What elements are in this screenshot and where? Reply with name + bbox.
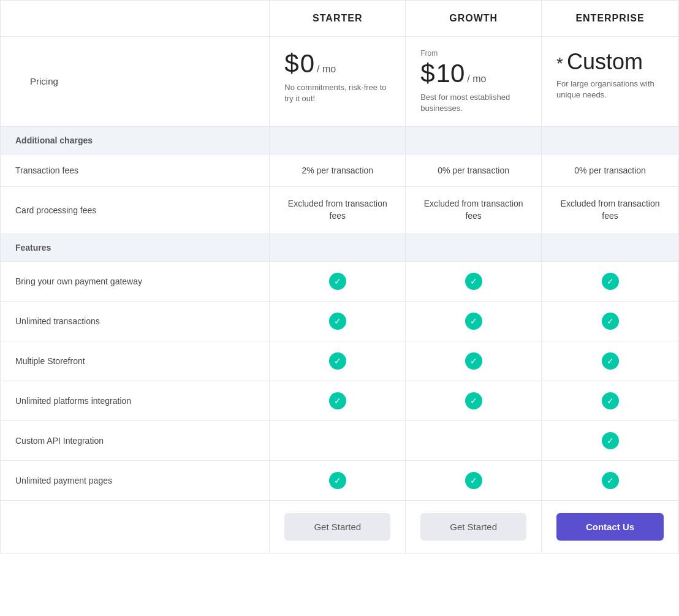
check-icon: ✓	[602, 392, 619, 409]
check-icon: ✓	[329, 472, 346, 489]
feature-custom-api-label: Custom API Integration	[1, 420, 270, 460]
feature-unlimited-platforms-starter: ✓	[270, 381, 406, 420]
buttons-enterprise-cell: Contact Us	[542, 500, 679, 553]
transaction-fees-label: Transaction fees	[1, 154, 270, 187]
section-additional-label: Additional charges	[1, 127, 270, 154]
feature-row-unlimited-payment-pages: Unlimited payment pages ✓ ✓ ✓	[1, 460, 679, 500]
starter-dollar: $	[284, 49, 298, 78]
transaction-fees-enterprise: 0% per transaction	[542, 154, 679, 187]
feature-unlimited-transactions-enterprise: ✓	[542, 301, 679, 341]
buttons-starter-cell: Get Started	[270, 500, 406, 553]
feature-row-unlimited-platforms: Unlimited platforms integration ✓ ✓ ✓	[1, 381, 679, 420]
pricing-label: Pricing	[15, 76, 73, 86]
growth-from: From	[420, 49, 526, 58]
section-features-enterprise	[542, 234, 679, 261]
section-features: Features	[1, 234, 679, 261]
card-processing-label: Card processing fees	[1, 187, 270, 234]
growth-subtitle: Best for most established businesses.	[420, 92, 526, 114]
enterprise-custom-label: Custom	[567, 49, 643, 75]
feature-row-multiple-storefront: Multiple Storefront ✓ ✓ ✓	[1, 341, 679, 381]
section-features-label: Features	[1, 234, 270, 261]
check-icon: ✓	[465, 472, 482, 489]
feature-payment-gateway-label: Bring your own payment gateway	[1, 261, 270, 301]
check-icon: ✓	[602, 352, 619, 370]
card-processing-starter: Excluded from transaction fees	[270, 187, 406, 234]
feature-row-custom-api: Custom API Integration ✓	[1, 420, 679, 460]
starter-subtitle: No commitments, risk-free to try it out!	[284, 82, 390, 104]
enterprise-subtitle: For large organisations with unique need…	[556, 78, 664, 101]
card-processing-row: Card processing fees Excluded from trans…	[1, 187, 679, 234]
enterprise-price: * Custom	[556, 49, 664, 75]
header-row: STARTER GROWTH ENTERPRISE	[1, 1, 679, 37]
buttons-growth-cell: Get Started	[406, 500, 542, 553]
enterprise-asterisk: *	[556, 54, 563, 74]
feature-unlimited-transactions-starter: ✓	[270, 301, 406, 341]
growth-amount: 10	[436, 59, 465, 88]
feature-unlimited-payment-pages-growth: ✓	[406, 460, 542, 500]
starter-per: / mo	[317, 64, 336, 75]
buttons-row: Get Started Get Started Contact Us	[1, 500, 679, 553]
starter-amount: 0	[300, 49, 314, 78]
growth-price: $10/ mo	[420, 59, 526, 88]
growth-per: / mo	[467, 74, 486, 85]
feature-custom-api-enterprise: ✓	[542, 420, 679, 460]
feature-payment-gateway-growth: ✓	[406, 261, 542, 301]
feature-payment-gateway-enterprise: ✓	[542, 261, 679, 301]
check-icon: ✓	[465, 313, 482, 330]
pricing-growth-cell: From $10/ mo Best for most established b…	[406, 37, 542, 127]
pricing-row: Pricing $0/ mo No commitments, risk-free…	[1, 37, 679, 127]
feature-multiple-storefront-starter: ✓	[270, 341, 406, 381]
section-additional-charges: Additional charges	[1, 127, 679, 154]
check-icon: ✓	[465, 392, 482, 409]
feature-unlimited-payment-pages-label: Unlimited payment pages	[1, 460, 270, 500]
header-growth: GROWTH	[406, 1, 542, 37]
feature-unlimited-transactions-label: Unlimited transactions	[1, 301, 270, 341]
header-starter: STARTER	[270, 1, 406, 37]
buttons-feature-cell	[1, 500, 270, 553]
section-features-growth	[406, 234, 542, 261]
feature-unlimited-payment-pages-starter: ✓	[270, 460, 406, 500]
check-icon: ✓	[602, 273, 619, 290]
check-icon: ✓	[602, 472, 619, 489]
feature-multiple-storefront-label: Multiple Storefront	[1, 341, 270, 381]
section-additional-starter	[270, 127, 406, 154]
header-feature	[1, 1, 270, 37]
feature-unlimited-platforms-growth: ✓	[406, 381, 542, 420]
feature-unlimited-payment-pages-enterprise: ✓	[542, 460, 679, 500]
header-enterprise: ENTERPRISE	[542, 1, 679, 37]
check-icon: ✓	[602, 432, 619, 449]
feature-payment-gateway-starter: ✓	[270, 261, 406, 301]
feature-multiple-storefront-growth: ✓	[406, 341, 542, 381]
transaction-fees-row: Transaction fees 2% per transaction 0% p…	[1, 154, 679, 187]
feature-unlimited-platforms-enterprise: ✓	[542, 381, 679, 420]
feature-unlimited-platforms-label: Unlimited platforms integration	[1, 381, 270, 420]
check-icon: ✓	[602, 313, 619, 330]
feature-unlimited-transactions-growth: ✓	[406, 301, 542, 341]
transaction-fees-starter: 2% per transaction	[270, 154, 406, 187]
check-icon: ✓	[329, 273, 346, 290]
section-additional-enterprise	[542, 127, 679, 154]
starter-price: $0/ mo	[284, 49, 390, 78]
feature-row-unlimited-transactions: Unlimited transactions ✓ ✓ ✓	[1, 301, 679, 341]
check-icon: ✓	[465, 352, 482, 370]
feature-custom-api-starter	[270, 420, 406, 460]
growth-get-started-button[interactable]: Get Started	[420, 513, 526, 541]
starter-get-started-button[interactable]: Get Started	[284, 513, 390, 541]
feature-custom-api-growth	[406, 420, 542, 460]
section-additional-growth	[406, 127, 542, 154]
card-processing-enterprise: Excluded from transaction fees	[542, 187, 679, 234]
enterprise-contact-us-button[interactable]: Contact Us	[556, 513, 664, 541]
pricing-table: STARTER GROWTH ENTERPRISE Pricing $0/ mo…	[0, 0, 679, 553]
check-icon: ✓	[329, 352, 346, 370]
transaction-fees-growth: 0% per transaction	[406, 154, 542, 187]
check-icon: ✓	[465, 273, 482, 290]
pricing-starter-cell: $0/ mo No commitments, risk-free to try …	[270, 37, 406, 127]
card-processing-growth: Excluded from transaction fees	[406, 187, 542, 234]
section-features-starter	[270, 234, 406, 261]
feature-multiple-storefront-enterprise: ✓	[542, 341, 679, 381]
pricing-enterprise-cell: * Custom For large organisations with un…	[542, 37, 679, 127]
check-icon: ✓	[329, 392, 346, 409]
feature-row-payment-gateway: Bring your own payment gateway ✓ ✓ ✓	[1, 261, 679, 301]
growth-dollar: $	[420, 59, 434, 88]
check-icon: ✓	[329, 313, 346, 330]
